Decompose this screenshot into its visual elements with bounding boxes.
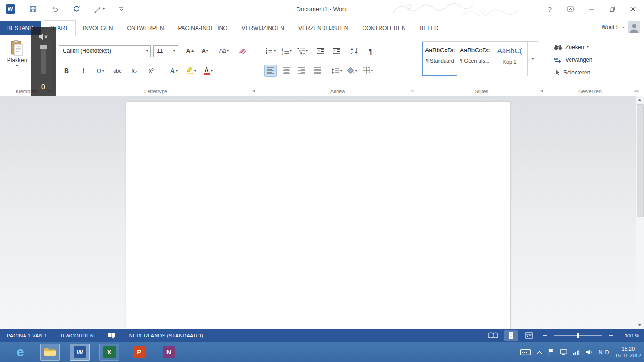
help-button[interactable]: ? [539, 0, 560, 18]
stijlen-dialog-launcher[interactable] [538, 88, 544, 93]
svg-text:3: 3 [282, 52, 283, 55]
highlight-button[interactable] [185, 65, 197, 77]
action-center-button[interactable] [548, 349, 554, 355]
style-kop1[interactable]: AaBbC( Kop 1 [492, 42, 527, 76]
display-button[interactable] [560, 349, 567, 355]
bold-button[interactable]: B [60, 65, 73, 77]
borders-button[interactable] [362, 65, 374, 77]
justify-icon [314, 67, 321, 74]
font-color-button[interactable]: A [202, 65, 214, 77]
zoom-slider[interactable] [554, 330, 602, 341]
tab-verzendlijsten[interactable]: VERZENDLIJSTEN [291, 21, 355, 35]
taskbar-onenote-button[interactable]: N [159, 344, 179, 361]
alinea-dialog-launcher[interactable] [409, 88, 414, 93]
underline-button[interactable]: U [94, 65, 107, 77]
tab-controleren[interactable]: CONTROLEREN [355, 21, 413, 35]
tab-beeld[interactable]: BEELD [413, 21, 445, 35]
undo-button[interactable] [51, 5, 58, 13]
print-layout-button[interactable] [504, 330, 518, 341]
sort-button[interactable]: AZ [348, 45, 361, 57]
web-layout-button[interactable] [522, 330, 536, 341]
tab-invoegen[interactable]: INVOEGEN [76, 21, 120, 35]
show-marks-button[interactable]: ¶ [364, 45, 377, 57]
save-button[interactable] [29, 5, 37, 13]
read-mode-button[interactable] [487, 330, 500, 341]
account-area[interactable]: Wout F [602, 21, 640, 33]
multilevel-list-button[interactable] [297, 45, 309, 57]
subscript-button[interactable]: x₂ [128, 65, 140, 77]
change-case-button[interactable]: Aa [218, 45, 230, 57]
zoom-slider-thumb[interactable] [577, 333, 579, 338]
proofing-status[interactable] [107, 332, 116, 339]
touch-keyboard-button[interactable] [520, 349, 531, 355]
language-indicator[interactable]: NEDERLANDS (STANDAARD) [129, 333, 203, 338]
zoom-level[interactable]: 100 % [620, 333, 639, 338]
volume-button[interactable] [586, 349, 593, 355]
input-language[interactable]: NLD [599, 349, 609, 355]
increase-indent-button[interactable] [330, 45, 343, 57]
taskbar-explorer-button[interactable] [40, 344, 60, 361]
show-hidden-icons-button[interactable] [537, 351, 542, 354]
clear-formatting-button[interactable] [237, 45, 249, 57]
style-preview: AaBbCcDc [423, 47, 457, 54]
customize-qat-button[interactable] [119, 7, 124, 11]
network-button[interactable] [573, 349, 580, 355]
close-button[interactable] [622, 0, 643, 18]
font-size-combo[interactable]: 11 [153, 45, 178, 57]
font-name-combo[interactable]: Calibri (Hoofdtekst) [59, 45, 151, 57]
replace-button[interactable]: ab Vervangen [554, 53, 595, 66]
scroll-down-button[interactable] [636, 321, 644, 329]
touch-mode-button[interactable] [94, 6, 105, 13]
paste-label: Plakken [7, 58, 27, 63]
ribbon-display-options-icon [567, 5, 574, 13]
align-center-button[interactable] [280, 65, 292, 77]
grow-font-button[interactable]: A [184, 45, 196, 57]
find-button[interactable]: Zoeken [554, 41, 595, 53]
tab-verwijzingen[interactable]: VERWIJZINGEN [235, 21, 291, 35]
volume-osd-handle [40, 45, 47, 49]
scroll-up-button[interactable] [636, 97, 644, 104]
style-geen-afstand[interactable]: AaBbCcDc ¶ Geen afs... [457, 42, 492, 76]
taskbar-excel-button[interactable]: X [99, 344, 119, 361]
zoom-out-button[interactable] [540, 330, 550, 341]
taskbar-word-button[interactable]: W [70, 344, 90, 361]
redo-button[interactable] [73, 5, 80, 13]
superscript-button[interactable]: x² [145, 65, 157, 77]
ribbon-display-options-button[interactable] [560, 0, 581, 18]
lettertype-dialog-launcher[interactable] [250, 88, 256, 93]
decrease-indent-button[interactable] [314, 45, 327, 57]
minimize-button[interactable] [581, 0, 602, 18]
strikethrough-button[interactable]: abc [111, 65, 124, 77]
style-standaard[interactable]: AaBbCcDc ¶ Standaard [422, 42, 457, 76]
document-page[interactable] [126, 101, 511, 329]
tab-pagina-indeling[interactable]: PAGINA-INDELING [171, 21, 234, 35]
style-gallery-more-button[interactable] [527, 42, 537, 76]
shading-button[interactable] [346, 65, 358, 77]
bullets-button[interactable] [264, 45, 277, 57]
line-spacing-button[interactable] [330, 65, 343, 77]
taskbar-clock[interactable]: 15:20 16-11-2012 [615, 346, 641, 359]
taskbar-ie-button[interactable]: e [10, 344, 30, 361]
align-left-button[interactable] [264, 65, 277, 77]
numbering-button[interactable]: 123 [281, 45, 293, 57]
select-label: Selecteren [563, 69, 590, 76]
taskbar-powerpoint-button[interactable]: P [129, 344, 149, 361]
zoom-in-button[interactable] [606, 330, 616, 341]
word-count[interactable]: 0 WOORDEN [61, 333, 94, 338]
word-app-icon[interactable]: W [6, 4, 15, 14]
restore-button[interactable] [602, 0, 622, 18]
paste-button[interactable]: Plakken [6, 40, 28, 67]
page-indicator[interactable]: PAGINA 1 VAN 1 [7, 333, 47, 338]
text-effects-button[interactable]: A [168, 65, 180, 77]
scrollbar-thumb[interactable] [637, 104, 644, 217]
collapse-ribbon-button[interactable] [634, 89, 639, 93]
tab-ontwerpen[interactable]: ONTWERPEN [120, 21, 171, 35]
restore-icon [610, 7, 615, 12]
select-button[interactable]: Selecteren [554, 66, 595, 79]
shrink-font-button[interactable]: A [199, 45, 211, 57]
align-right-button[interactable] [296, 65, 308, 77]
vertical-scrollbar[interactable] [636, 96, 644, 329]
avatar[interactable] [628, 21, 640, 33]
italic-button[interactable]: I [77, 65, 90, 77]
justify-button[interactable] [311, 65, 323, 77]
